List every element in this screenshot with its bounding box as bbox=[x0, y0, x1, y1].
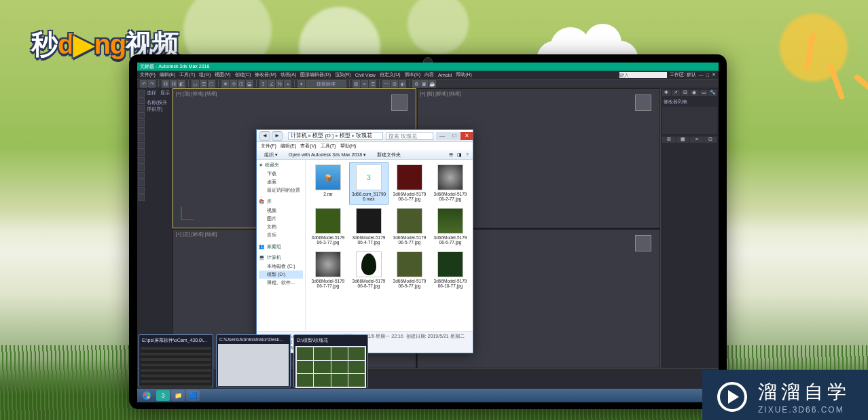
help-icon[interactable]: ? bbox=[466, 152, 469, 157]
sidebar-item[interactable]: 图片 bbox=[259, 215, 303, 223]
file-grid[interactable]: 📦2.rar33d66.com_517906.max3d66Model-5179… bbox=[306, 160, 473, 331]
viewcube-icon[interactable] bbox=[391, 94, 408, 111]
tool-icon[interactable] bbox=[138, 172, 145, 179]
menu-render[interactable]: 渲染(R) bbox=[335, 71, 351, 78]
tool-icon[interactable] bbox=[138, 157, 145, 164]
place-icon[interactable]: ⬓ bbox=[246, 80, 253, 88]
render-frame-icon[interactable]: ▣ bbox=[420, 80, 428, 88]
snap-3-icon[interactable]: 3 bbox=[259, 80, 267, 88]
open-with-button[interactable]: Open with Autodesk 3ds Max 2018 ▾ bbox=[285, 151, 369, 159]
file-item[interactable]: 3d66Model-517906-2-77.jpg bbox=[431, 162, 470, 205]
menu-view[interactable]: 查看(V) bbox=[300, 143, 316, 150]
sidebar-computer[interactable]: 计算机 bbox=[267, 254, 281, 261]
tab-motion-icon[interactable]: ◉ bbox=[690, 90, 699, 96]
tool-icon[interactable] bbox=[138, 164, 145, 171]
material-icon[interactable]: ◐ bbox=[399, 80, 406, 88]
pinned-explorer-icon[interactable]: 📁 bbox=[171, 390, 185, 401]
file-item[interactable]: 📦2.rar bbox=[308, 162, 348, 205]
align-icon[interactable]: ≡ bbox=[361, 80, 368, 88]
render-setup-icon[interactable]: ⚙ bbox=[412, 80, 420, 88]
mirror-icon[interactable]: ▥ bbox=[352, 80, 360, 88]
modifier-list-label[interactable]: 修改器列表 bbox=[662, 97, 717, 107]
3dsmax-titlebar[interactable]: 无标题 - Autodesk 3ds Max 2018 bbox=[137, 63, 719, 71]
task-thumb[interactable]: E:\ps\屏幕软件\oCam_430.0\... bbox=[139, 334, 213, 387]
crumb-item[interactable]: 计算机 bbox=[291, 132, 311, 139]
task-thumb[interactable]: D:\模型\玫瑰花 bbox=[293, 334, 368, 387]
menu-civil[interactable]: Civil View bbox=[355, 73, 376, 77]
file-item[interactable]: 3d66Model-517906-5-77.jpg bbox=[390, 206, 429, 248]
menu-file[interactable]: 文件(F) bbox=[261, 143, 276, 150]
task-thumb[interactable]: C:\Users\Administrator\Desk... bbox=[216, 334, 291, 387]
bind-icon[interactable]: ◧ bbox=[178, 80, 185, 88]
move-icon[interactable]: ✥ bbox=[221, 80, 229, 88]
panel-icon[interactable]: ≡ bbox=[690, 137, 704, 143]
sidebar-item[interactable]: 文档 bbox=[259, 223, 303, 231]
tool-icon[interactable] bbox=[138, 135, 145, 141]
tool-icon[interactable] bbox=[138, 150, 145, 156]
menu-help[interactable]: 帮助(H) bbox=[340, 143, 357, 150]
menu-edit[interactable]: 编辑(E) bbox=[281, 143, 296, 150]
file-item[interactable]: 3d66Model-517906-7-77.jpg bbox=[308, 249, 348, 292]
menu-arnold[interactable]: Arnold bbox=[438, 73, 452, 77]
tab-display-icon[interactable]: ▭ bbox=[700, 90, 708, 96]
tool-icon[interactable] bbox=[138, 179, 145, 186]
file-item[interactable]: 33d66.com_517906.max bbox=[349, 162, 388, 205]
window-close-icon[interactable]: ✕ bbox=[712, 72, 716, 77]
tool-icon[interactable] bbox=[138, 194, 145, 201]
organize-button[interactable]: 组织 ▾ bbox=[261, 150, 281, 160]
layer-icon[interactable]: ☰ bbox=[369, 80, 376, 88]
file-item[interactable]: 3d66Model-517906-6-77.jpg bbox=[431, 206, 470, 248]
menu-file[interactable]: 文件(F) bbox=[140, 71, 156, 78]
tool-icon[interactable] bbox=[138, 105, 145, 111]
sidebar-libraries[interactable]: 库 bbox=[267, 198, 272, 205]
tool-icon[interactable] bbox=[138, 97, 145, 104]
window-min-icon[interactable]: — bbox=[699, 73, 704, 77]
window-close-icon[interactable]: ✕ bbox=[460, 132, 473, 140]
explorer-titlebar[interactable]: ◄ ► 计算机 模型 (D:) 模型 玫瑰花 搜索 玫瑰花 — □ ✕ bbox=[257, 130, 473, 142]
view-mode-icon[interactable]: ☰ bbox=[449, 152, 453, 158]
file-item[interactable]: 3d66Model-517906-9-77.jpg bbox=[390, 249, 429, 292]
select-rect-icon[interactable]: ▢ bbox=[208, 80, 215, 88]
sidebar-item[interactable]: 本地磁盘 (C:) bbox=[259, 262, 303, 270]
sidebar-item[interactable]: 下载 bbox=[259, 170, 303, 178]
sidebar-item[interactable]: 音乐 bbox=[259, 231, 303, 239]
menu-tools[interactable]: 工具(T) bbox=[321, 143, 336, 150]
tool-icon[interactable] bbox=[138, 187, 145, 194]
unlink-icon[interactable]: ⛓ bbox=[170, 80, 177, 88]
crumb-item[interactable]: 模型 bbox=[340, 132, 355, 139]
file-item[interactable]: 3d66Model-517906-10-77.jpg bbox=[431, 249, 470, 292]
tool-icon[interactable] bbox=[138, 127, 145, 134]
sidebar-item[interactable]: 模型 (D:) bbox=[259, 270, 303, 279]
file-item[interactable]: 3d66Model-517906-4-77.jpg bbox=[349, 206, 388, 248]
nav-back-icon[interactable]: ◄ bbox=[259, 131, 270, 141]
tool-icon[interactable] bbox=[138, 142, 145, 149]
sidebar-homegroup[interactable]: 家庭组 bbox=[267, 243, 281, 250]
tool-icon[interactable] bbox=[138, 112, 145, 119]
tab-hierarchy-icon[interactable]: ⊟ bbox=[681, 90, 689, 96]
nav-fwd-icon[interactable]: ► bbox=[272, 131, 283, 141]
spinner-snap-icon[interactable]: ⚬ bbox=[284, 80, 291, 88]
start-button[interactable] bbox=[139, 389, 155, 402]
window-min-icon[interactable]: — bbox=[436, 132, 448, 140]
undo-icon[interactable]: ↶ bbox=[140, 80, 147, 88]
new-folder-button[interactable]: 新建文件夹 bbox=[374, 150, 404, 160]
tab-create-icon[interactable]: ✚ bbox=[662, 90, 671, 96]
sidebar-item[interactable]: 最近访问的位置 bbox=[259, 186, 303, 194]
select-icon[interactable]: ▭ bbox=[192, 80, 199, 88]
named-sel-icon[interactable]: ▾ bbox=[297, 80, 305, 88]
menu-script[interactable]: 脚本(S) bbox=[405, 71, 420, 78]
preview-pane-icon[interactable]: ◨ bbox=[457, 152, 462, 158]
tool-icon[interactable] bbox=[138, 120, 145, 126]
search-input[interactable]: 搜索 玫瑰花 bbox=[386, 132, 433, 140]
menu-create[interactable]: 创建(C) bbox=[235, 71, 251, 78]
window-max-icon[interactable]: □ bbox=[706, 73, 709, 77]
crumb-item[interactable]: 玫瑰花 bbox=[356, 132, 372, 139]
selection-set[interactable]: 建模标准 bbox=[306, 80, 346, 88]
modifier-stack[interactable] bbox=[662, 107, 717, 134]
viewcube-icon[interactable] bbox=[635, 94, 651, 111]
pinned-app-icon[interactable]: 🟦 bbox=[186, 390, 200, 401]
render-icon[interactable]: ☕ bbox=[429, 80, 436, 88]
workspace-label[interactable]: 工作区: 默认 bbox=[670, 71, 696, 78]
link-icon[interactable]: ⛓ bbox=[162, 80, 169, 88]
file-item[interactable]: 3d66Model-517906-3-77.jpg bbox=[308, 206, 348, 248]
